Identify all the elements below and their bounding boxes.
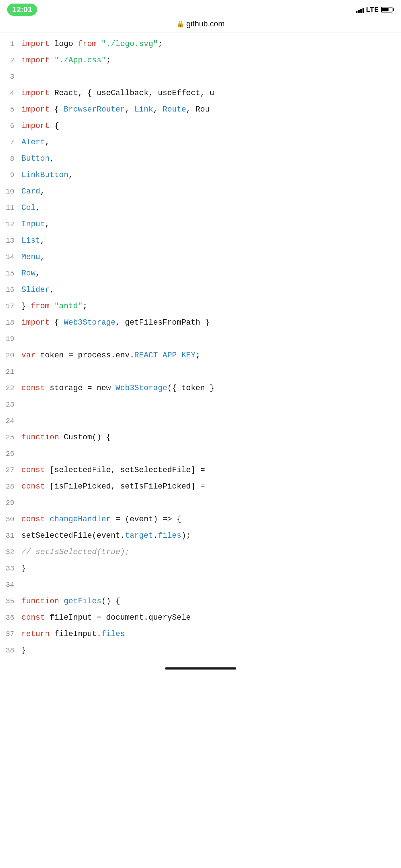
line-number-19: 19 (0, 332, 21, 347)
code-line-10: 10 Card, (0, 184, 401, 200)
line-number-16: 16 (0, 283, 21, 298)
line-content-13: List, (21, 233, 401, 248)
status-time: 12:01 (7, 4, 37, 16)
line-number-22: 22 (0, 381, 21, 396)
line-content-15: Row, (21, 266, 401, 281)
bottom-indicator (0, 662, 401, 672)
line-content-27: const [selectedFile, setSelectedFile] = (21, 463, 401, 478)
code-line-17: 17} from "antd"; (0, 298, 401, 315)
code-line-25: 25function Custom() { (0, 429, 401, 446)
line-number-35: 35 (0, 594, 21, 609)
url-text: github.com (186, 19, 225, 29)
line-content-36: const fileInput = document.querySele (21, 610, 401, 625)
line-content-33: } (21, 561, 401, 576)
code-line-37: 37 return fileInput.files (0, 626, 401, 642)
line-number-7: 7 (0, 135, 21, 150)
line-number-31: 31 (0, 528, 21, 543)
line-content-22: const storage = new Web3Storage({ token … (21, 381, 401, 396)
code-line-26: 26 (0, 446, 401, 462)
line-content-25: function Custom() { (21, 430, 401, 445)
line-number-18: 18 (0, 315, 21, 330)
line-number-34: 34 (0, 578, 21, 593)
code-line-8: 8 Button, (0, 151, 401, 167)
code-line-29: 29 (0, 495, 401, 511)
line-number-4: 4 (0, 86, 21, 101)
line-number-15: 15 (0, 266, 21, 281)
code-line-19: 19 (0, 331, 401, 347)
line-number-8: 8 (0, 151, 21, 166)
code-line-32: 32 // setIsSelected(true); (0, 544, 401, 560)
line-content-5: import { BrowserRouter, Link, Route, Rou (21, 102, 401, 117)
code-line-14: 14 Menu, (0, 249, 401, 265)
line-content-35: function getFiles() { (21, 594, 401, 609)
line-content-17: } from "antd"; (21, 299, 401, 314)
code-line-38: 38 } (0, 642, 401, 659)
line-content-38: } (21, 643, 401, 658)
line-content-8: Button, (21, 151, 401, 166)
code-line-16: 16 Slider, (0, 282, 401, 298)
line-number-20: 20 (0, 348, 21, 363)
code-line-9: 9 LinkButton, (0, 167, 401, 184)
signal-bars-icon (356, 6, 364, 13)
status-icons: LTE (356, 6, 394, 14)
line-number-36: 36 (0, 610, 21, 625)
line-number-13: 13 (0, 233, 21, 248)
code-line-28: 28 const [isFilePicked, setIsFilePicked]… (0, 479, 401, 495)
line-number-6: 6 (0, 119, 21, 134)
line-content-6: import { (21, 119, 401, 134)
line-number-29: 29 (0, 496, 21, 511)
line-number-11: 11 (0, 201, 21, 216)
line-content-28: const [isFilePicked, setIsFilePicked] = (21, 479, 401, 494)
line-number-32: 32 (0, 545, 21, 560)
line-number-27: 27 (0, 463, 21, 478)
code-line-20: 20var token = process.env.REACT_APP_KEY; (0, 347, 401, 364)
line-number-24: 24 (0, 414, 21, 429)
line-content-20: var token = process.env.REACT_APP_KEY; (21, 348, 401, 363)
line-number-30: 30 (0, 512, 21, 527)
line-content-14: Menu, (21, 250, 401, 265)
line-number-10: 10 (0, 184, 21, 199)
line-number-9: 9 (0, 168, 21, 183)
line-content-4: import React, { useCallback, useEffect, … (21, 86, 401, 101)
code-line-15: 15 Row, (0, 265, 401, 282)
line-content-12: Input, (21, 217, 401, 232)
status-bar: 12:01 LTE (0, 0, 401, 18)
line-content-10: Card, (21, 184, 401, 199)
code-line-35: 35 function getFiles() { (0, 593, 401, 610)
line-number-3: 3 (0, 69, 21, 84)
code-container: 1import logo from "./logo.svg";2import "… (0, 32, 401, 662)
line-content-7: Alert, (21, 135, 401, 150)
line-number-37: 37 (0, 627, 21, 642)
code-line-6: 6import { (0, 118, 401, 134)
code-line-21: 21 (0, 364, 401, 380)
code-line-31: 31 setSelectedFile(event.target.files); (0, 528, 401, 544)
code-line-3: 3 (0, 69, 401, 85)
code-line-7: 7 Alert, (0, 134, 401, 151)
line-number-26: 26 (0, 446, 21, 461)
url-bar[interactable]: 🔒 github.com (0, 18, 401, 32)
code-line-36: 36 const fileInput = document.querySele (0, 610, 401, 626)
code-line-30: 30 const changeHandler = (event) => { (0, 511, 401, 528)
line-content-30: const changeHandler = (event) => { (21, 512, 401, 527)
code-line-5: 5import { BrowserRouter, Link, Route, Ro… (0, 102, 401, 118)
line-number-38: 38 (0, 643, 21, 658)
line-number-1: 1 (0, 37, 21, 52)
line-number-28: 28 (0, 479, 21, 494)
line-number-2: 2 (0, 53, 21, 68)
line-content-11: Col, (21, 201, 401, 216)
code-line-33: 33 } (0, 560, 401, 577)
lock-icon: 🔒 (176, 20, 184, 28)
code-line-22: 22const storage = new Web3Storage({ toke… (0, 380, 401, 397)
code-line-12: 12 Input, (0, 216, 401, 233)
line-number-23: 23 (0, 397, 21, 412)
line-number-12: 12 (0, 217, 21, 232)
code-line-2: 2import "./App.css"; (0, 52, 401, 69)
line-content-1: import logo from "./logo.svg"; (21, 37, 401, 52)
code-line-24: 24 (0, 413, 401, 429)
lte-label: LTE (366, 6, 379, 14)
line-content-37: return fileInput.files (21, 627, 401, 642)
home-indicator[interactable] (165, 667, 236, 670)
line-content-2: import "./App.css"; (21, 53, 401, 68)
line-number-21: 21 (0, 365, 21, 379)
line-content-16: Slider, (21, 283, 401, 298)
